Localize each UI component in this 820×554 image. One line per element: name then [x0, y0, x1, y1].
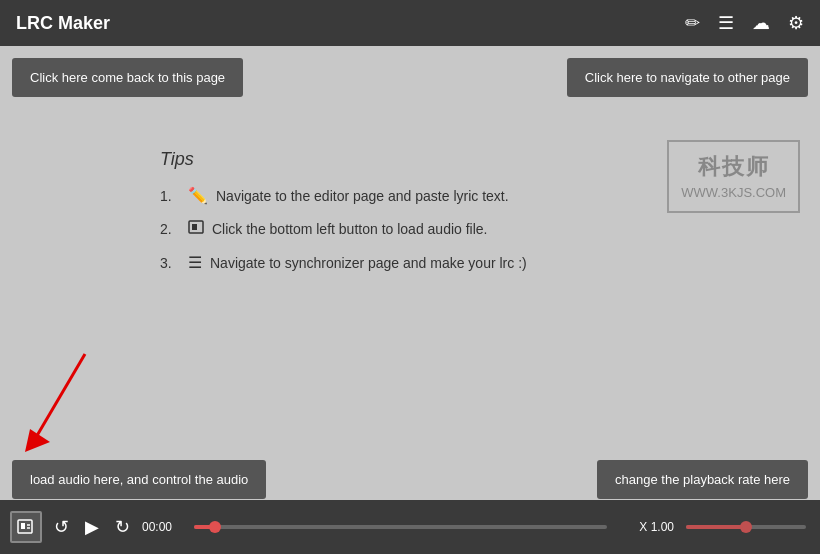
progress-bar[interactable] — [194, 525, 607, 529]
bottom-tooltip-area: load audio here, and control the audio c… — [0, 460, 820, 499]
load-audio-button[interactable] — [10, 511, 42, 543]
watermark: 科技师 WWW.3KJS.COM — [667, 140, 800, 213]
back-page-button[interactable]: Click here come back to this page — [12, 58, 243, 97]
header: LRC Maker ✏ ☰ ☁ ⚙ — [0, 0, 820, 46]
edit-icon[interactable]: ✏ — [685, 12, 700, 34]
settings-icon[interactable]: ⚙ — [788, 12, 804, 34]
repeat-icon: ↻ — [115, 517, 130, 537]
speed-thumb — [740, 521, 752, 533]
speed-slider[interactable] — [686, 525, 806, 529]
tip-text-1: Navigate to the editor page and paste ly… — [216, 188, 509, 204]
tip-text-3: Navigate to synchronizer page and make y… — [210, 255, 527, 271]
playback-rate-tooltip-button[interactable]: change the playback rate here — [597, 460, 808, 499]
header-icons: ✏ ☰ ☁ ⚙ — [685, 12, 804, 34]
play-button[interactable]: ▶ — [81, 512, 103, 542]
rewind-button[interactable]: ↺ — [50, 512, 73, 542]
watermark-text-top: 科技师 — [681, 150, 786, 183]
tip-text-2: Click the bottom left button to load aud… — [212, 221, 488, 237]
svg-rect-5 — [21, 523, 25, 529]
rewind-icon: ↺ — [54, 517, 69, 537]
svg-rect-1 — [192, 224, 197, 230]
progress-thumb — [209, 521, 221, 533]
svg-marker-3 — [25, 429, 50, 452]
repeat-button[interactable]: ↻ — [111, 512, 134, 542]
speed-fill — [686, 525, 746, 529]
watermark-text-bottom: WWW.3KJS.COM — [681, 183, 786, 203]
tip-icon-3: ☰ — [188, 253, 202, 272]
player-bar: ↺ ▶ ↻ 00:00 X 1.00 — [0, 500, 820, 554]
tip-item-2: Click the bottom left button to load aud… — [160, 219, 780, 239]
list-icon[interactable]: ☰ — [718, 12, 734, 34]
app-title: LRC Maker — [16, 13, 110, 34]
load-audio-tooltip-button[interactable]: load audio here, and control the audio — [12, 460, 266, 499]
play-icon: ▶ — [85, 517, 99, 537]
top-buttons: Click here come back to this page Click … — [0, 46, 820, 109]
navigate-page-button[interactable]: Click here to navigate to other page — [567, 58, 808, 97]
time-display: 00:00 — [142, 520, 182, 534]
cloud-icon[interactable]: ☁ — [752, 12, 770, 34]
tip-icon-1: ✏️ — [188, 186, 208, 205]
tip-icon-2 — [188, 219, 204, 239]
speed-label: X 1.00 — [619, 520, 674, 534]
tip-item-3: ☰ Navigate to synchronizer page and make… — [160, 253, 780, 272]
